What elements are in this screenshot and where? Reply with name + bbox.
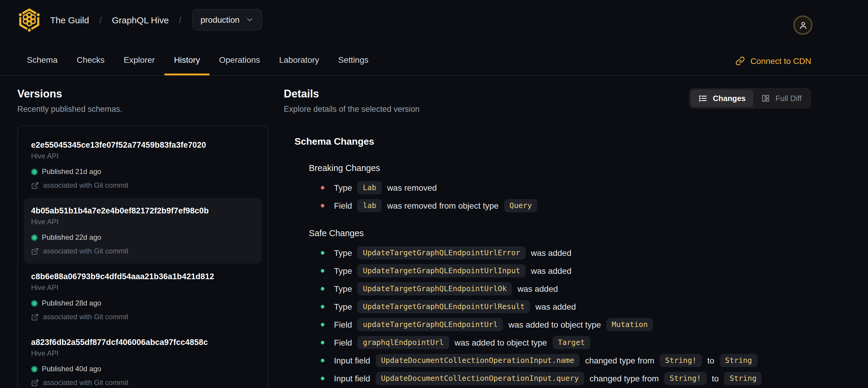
change-text: was added <box>517 284 558 294</box>
git-commit-link[interactable]: associated with Git commit <box>31 379 254 387</box>
safe-changes-list: TypeUpdateTargetGraphQLEndpointUrlErrorw… <box>309 246 811 385</box>
change-text: was removed from object type <box>387 201 499 210</box>
change-text: was added <box>531 248 571 258</box>
published-dot-icon <box>31 365 38 372</box>
git-commit-link[interactable]: associated with Git commit <box>31 247 254 255</box>
version-list-item[interactable]: 4b05ab51b1b4a7e2e4b0ef82172f2b9f7ef98c0b… <box>24 198 262 264</box>
version-list-item[interactable]: c8b6e88a06793b9c4dfd54aaa21b36a1b421d812… <box>24 264 262 329</box>
change-item: TypeUpdateTargetGraphQLEndpointUrlResult… <box>321 300 811 313</box>
version-service: Hive API <box>31 218 254 226</box>
view-toggle: Changes Full Diff <box>689 88 811 109</box>
change-item: Input fieldUpdateDocumentCollectionOpera… <box>321 372 811 385</box>
safe-changes-group: Safe Changes TypeUpdateTargetGraphQLEndp… <box>294 228 811 385</box>
schema-token-chip: String! <box>660 354 702 367</box>
target-selector-dropdown[interactable]: production <box>192 9 262 30</box>
bullet-dot <box>321 359 324 362</box>
change-text: to <box>707 356 714 365</box>
tab-history[interactable]: History <box>164 49 209 75</box>
app-window: The Guild / GraphQL Hive / production Sc… <box>0 0 868 388</box>
schema-token-chip: Mutation <box>606 318 653 331</box>
tab-schema[interactable]: Schema <box>17 49 67 75</box>
versions-panel: Versions Recently published schemas. e2e… <box>17 76 268 388</box>
change-item: TypeUpdateTargetGraphQLEndpointUrlErrorw… <box>321 246 811 260</box>
schema-token-chip: UpdateTargetGraphQLEndpointUrlInput <box>358 264 526 277</box>
change-text: Field <box>334 320 352 329</box>
git-commit-label: associated with Git commit <box>43 247 128 255</box>
schema-token-chip: updateTargetGraphQLEndpointUrl <box>358 318 503 331</box>
change-text: Type <box>334 266 352 276</box>
version-list-item[interactable]: a823f6db2a55df877dcf406006abca97fcc4858c… <box>24 329 262 388</box>
hive-logo-icon[interactable] <box>17 8 41 32</box>
changes-view-button[interactable]: Changes <box>691 90 753 107</box>
chevron-down-icon <box>246 16 254 24</box>
schema-token-chip: UpdateDocumentCollectionOperationInput.n… <box>375 354 580 367</box>
user-icon <box>798 20 808 30</box>
version-hash: 4b05ab51b1b4a7e2e4b0ef82172f2b9f7ef98c0b <box>31 206 254 215</box>
published-dot-icon <box>31 300 38 306</box>
schema-changes-title: Schema Changes <box>294 136 811 147</box>
safe-changes-title: Safe Changes <box>309 228 811 238</box>
full-diff-view-button[interactable]: Full Diff <box>753 90 809 107</box>
change-text: was added <box>535 302 576 311</box>
details-heading-block: Details Explore details of the selected … <box>284 76 420 114</box>
bullet-dot <box>321 341 324 345</box>
schema-token-chip: graphqlEndpointUrl <box>358 336 449 349</box>
version-status: Published 28d ago <box>31 299 254 307</box>
change-item: TypeUpdateTargetGraphQLEndpointUrlOkwas … <box>321 282 811 295</box>
change-item: TypeLabwas removed <box>321 181 811 194</box>
details-title: Details <box>284 88 420 100</box>
tab-settings[interactable]: Settings <box>329 49 378 75</box>
version-status-label: Published 28d ago <box>42 299 101 307</box>
tab-explorer[interactable]: Explorer <box>114 49 164 75</box>
bullet-dot <box>321 323 324 326</box>
version-status-label: Published 40d ago <box>42 365 101 373</box>
git-commit-link[interactable]: associated with Git commit <box>31 313 254 321</box>
change-item: TypeUpdateTargetGraphQLEndpointUrlInputw… <box>321 264 811 277</box>
published-dot-icon <box>31 234 38 241</box>
bullet-dot <box>321 251 324 255</box>
connect-to-cdn-button[interactable]: Connect to CDN <box>735 56 811 75</box>
user-avatar-button[interactable] <box>793 16 812 35</box>
schema-token-chip: UpdateTargetGraphQLEndpointUrlOk <box>358 282 512 295</box>
external-link-icon <box>31 379 39 387</box>
tab-checks[interactable]: Checks <box>67 49 114 75</box>
git-commit-label: associated with Git commit <box>43 313 128 321</box>
bullet-dot <box>321 186 324 189</box>
version-service: Hive API <box>31 152 254 160</box>
breadcrumb-project[interactable]: GraphQL Hive <box>112 14 169 25</box>
schema-token-chip: String! <box>664 372 706 385</box>
change-item: FieldupdateTargetGraphQLEndpointUrlwas a… <box>321 318 811 331</box>
details-header: Details Explore details of the selected … <box>284 76 811 114</box>
breadcrumb-org[interactable]: The Guild <box>50 14 89 25</box>
tab-operations[interactable]: Operations <box>210 49 270 75</box>
git-commit-link[interactable]: associated with Git commit <box>31 181 254 189</box>
changes-view-label: Changes <box>713 94 746 103</box>
change-text: Type <box>334 248 352 258</box>
breadcrumb-separator: / <box>99 14 101 25</box>
list-icon <box>699 94 708 103</box>
change-text: was removed <box>387 183 437 192</box>
change-text: changed type from <box>590 374 659 383</box>
schema-token-chip: UpdateTargetGraphQLEndpointUrlError <box>358 246 526 260</box>
version-service: Hive API <box>31 349 254 358</box>
change-text: to <box>712 374 719 383</box>
published-dot-icon <box>31 168 38 175</box>
breaking-changes-title: Breaking Changes <box>309 163 811 173</box>
change-text: Input field <box>334 374 370 383</box>
bullet-dot <box>321 305 324 308</box>
schema-token-chip: lab <box>358 199 382 212</box>
change-text: Field <box>334 338 352 347</box>
details-subtitle: Explore details of the selected version <box>284 105 420 114</box>
change-text: Type <box>334 284 352 294</box>
header-tabs-row: SchemaChecksExplorerHistoryOperationsLab… <box>0 31 868 75</box>
tab-laboratory[interactable]: Laboratory <box>270 49 329 75</box>
schema-token-chip: Query <box>504 199 537 212</box>
nav-tabs: SchemaChecksExplorerHistoryOperationsLab… <box>17 31 378 75</box>
change-text: changed type from <box>585 356 654 365</box>
change-item: Input fieldUpdateDocumentCollectionOpera… <box>321 354 811 367</box>
schema-token-chip: String <box>724 372 762 385</box>
version-hash: a823f6db2a55df877dcf406006abca97fcc4858c <box>31 338 254 347</box>
change-text: Field <box>334 201 352 210</box>
version-list-item[interactable]: e2e55045345ce13fe07f52a77459b83fa3fe7020… <box>24 132 262 198</box>
bullet-dot <box>321 204 324 207</box>
